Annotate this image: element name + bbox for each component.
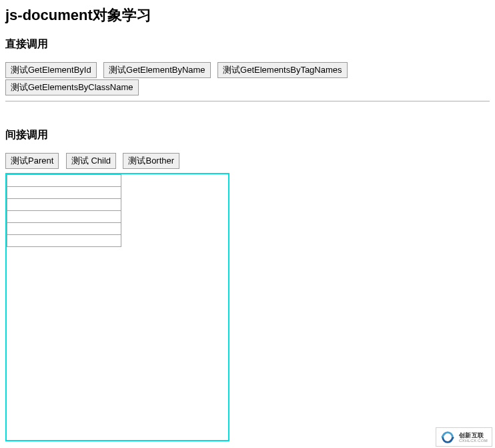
- test-getelementbyname-button[interactable]: 测试GetElementByName: [103, 62, 211, 78]
- test-getelementsbyclassname-button[interactable]: 测试GetElementsByClassName: [5, 79, 139, 95]
- table-cell: [7, 199, 121, 211]
- watermark-badge: 创新互联 CXHLCX.COM: [436, 427, 492, 447]
- table-cell: [7, 211, 121, 223]
- table-cell: [7, 235, 121, 247]
- table-row: [7, 199, 121, 211]
- section-direct-heading: 直接调用: [5, 37, 490, 51]
- content-container: [5, 173, 229, 441]
- data-table: [7, 174, 121, 247]
- watermark-url: CXHLCX.COM: [459, 439, 488, 443]
- test-getelementbyid-button[interactable]: 测试GetElementById: [5, 62, 97, 78]
- table-row: [7, 175, 121, 187]
- table-cell: [7, 187, 121, 199]
- spacer: [5, 101, 490, 128]
- table-cell: [7, 175, 121, 187]
- table-row: [7, 211, 121, 223]
- page-title: js-document对象学习: [5, 5, 490, 25]
- test-borther-button[interactable]: 测试Borther: [123, 153, 179, 169]
- watermark-icon: [440, 430, 455, 445]
- table-row: [7, 187, 121, 199]
- section-indirect-heading: 间接调用: [5, 128, 490, 142]
- watermark-text: 创新互联 CXHLCX.COM: [459, 432, 488, 443]
- table-row: [7, 223, 121, 235]
- table-row: [7, 235, 121, 247]
- direct-button-row: 测试GetElementById 测试GetElementByName 测试Ge…: [5, 62, 490, 97]
- table-cell: [7, 223, 121, 235]
- test-child-button[interactable]: 测试 Child: [66, 153, 116, 169]
- test-getelementsbytagnames-button[interactable]: 测试GetElementsByTagNames: [217, 62, 347, 78]
- indirect-button-row: 测试Parent 测试 Child 测试Borther: [5, 153, 490, 170]
- test-parent-button[interactable]: 测试Parent: [5, 153, 59, 169]
- watermark-brand: 创新互联: [459, 432, 488, 439]
